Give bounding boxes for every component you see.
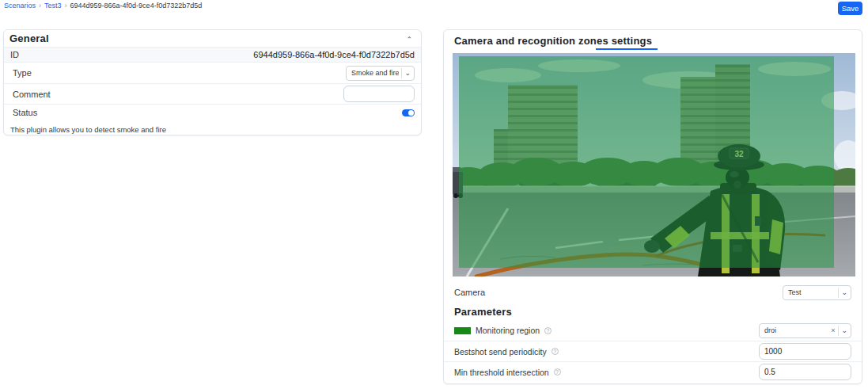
camera-preview: 32 [453,53,855,276]
monitoring-region-overlay[interactable] [459,56,834,268]
breadcrumb-scenarios[interactable]: Scenarios [4,2,36,10]
chevron-down-icon: ⌄ [404,70,411,77]
type-label: Type [10,68,32,78]
id-label: ID [10,50,19,59]
camera-select-value: Test [788,288,836,296]
breadcrumb: Scenarios › Test3 › 6944d959-866a-4f0d-9… [4,2,202,10]
chevron-down-icon: ⌄ [841,327,847,334]
parameters-list: Monitoring region ? droi × ⌄ Bestshot se… [444,320,862,382]
breadcrumb-test3[interactable]: Test3 [44,2,62,10]
chevron-down-icon: ⌄ [841,289,847,296]
save-button[interactable]: Save [838,2,862,15]
combo-divider [838,288,839,298]
comment-row: Comment [4,83,421,104]
info-icon[interactable]: ? [544,327,552,334]
camera-settings-panel: Camera and recognition zones settings [443,29,862,384]
status-label: Status [10,108,37,117]
id-value: 6944d959-866a-4f0d-9ce4-f0d7322b7d5d [253,50,415,59]
plugin-description: This plugin allows you to detect smoke a… [4,120,421,139]
comment-input[interactable] [343,86,415,102]
general-panel-title: General [9,32,49,44]
bestshot-periodicity-input[interactable] [759,343,851,360]
collapse-chevron-up-icon[interactable]: ⌃ [406,36,412,44]
breadcrumb-separator-icon: › [39,2,41,10]
id-row: ID 6944d959-866a-4f0d-9ce4-f0d7322b7d5d [4,47,421,62]
toggle-knob [408,110,414,116]
region-color-swatch [454,327,471,334]
clear-selection-icon[interactable]: × [830,326,836,334]
type-select[interactable]: Smoke and fire detect... ⌄ [346,66,415,81]
breadcrumb-separator-icon: › [65,2,67,10]
monitoring-region-row: Monitoring region ? droi × ⌄ [444,320,862,341]
monitoring-region-label: Monitoring region [476,326,540,335]
combo-divider [838,326,839,336]
camera-label: Camera [454,288,485,297]
status-toggle[interactable] [402,109,415,116]
camera-row: Camera Test ⌄ [454,284,851,300]
bestshot-periodicity-row: Bestshot send periodicity ? [444,341,862,361]
info-icon[interactable]: ? [554,368,561,376]
type-row: Type Smoke and fire detect... ⌄ [4,62,421,83]
min-threshold-row: Min threshold intersection ? [444,361,862,382]
type-select-value: Smoke and fire detect... [351,69,399,77]
min-threshold-input[interactable] [759,364,851,380]
monitoring-region-value: droi [764,326,830,334]
combo-divider [401,68,402,78]
breadcrumb-current-id: 6944d959-866a-4f0d-9ce4-f0d7322b7d5d [70,2,203,10]
status-row: Status [4,104,421,120]
camera-panel-title: Camera and recognition zones settings [444,30,862,47]
image-top-indicator [596,48,658,50]
info-icon[interactable]: ? [552,348,559,355]
bestshot-periodicity-label: Bestshot send periodicity [454,347,547,357]
camera-select[interactable]: Test ⌄ [783,285,851,300]
parameters-title: Parameters [454,306,512,318]
general-panel-header[interactable]: General ⌃ [4,30,421,47]
comment-label: Comment [10,90,51,99]
general-panel: General ⌃ ID 6944d959-866a-4f0d-9ce4-f0d… [3,29,422,135]
min-threshold-label: Min threshold intersection [454,368,549,377]
monitoring-region-select[interactable]: droi × ⌄ [759,323,851,338]
